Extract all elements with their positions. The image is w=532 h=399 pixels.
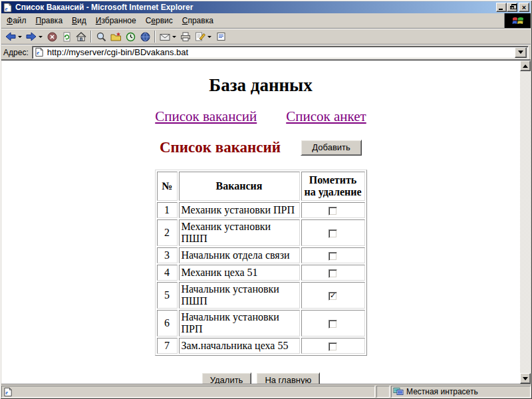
row-vacancy: Механик цеха 51 xyxy=(179,265,300,281)
address-label: Адрес: xyxy=(3,48,29,57)
link-questionnaires[interactable]: Список анкет xyxy=(286,108,366,125)
table-row: 3 Начальник отдела связи xyxy=(157,247,365,263)
delete-checkbox[interactable] xyxy=(329,342,337,351)
history-button[interactable] xyxy=(123,30,138,44)
menu-bar: Файл Правка Вид Избранное Сервис Справка xyxy=(1,13,531,29)
browser-viewport: База данных Список вакансий Список анкет… xyxy=(1,60,531,384)
toolbar xyxy=(1,29,531,45)
menu-file[interactable]: Файл xyxy=(2,15,31,27)
vacancies-table: № Вакансия Пометить на удаление 1 Механи… xyxy=(155,170,367,356)
delete-checkbox[interactable] xyxy=(329,292,337,301)
table-row: 1 Механик установки ПРП xyxy=(157,202,365,218)
stop-icon xyxy=(47,31,58,43)
delete-checkbox[interactable] xyxy=(329,207,337,215)
home-icon xyxy=(75,31,87,42)
restore-icon xyxy=(510,6,514,9)
home-button[interactable] xyxy=(74,30,88,44)
status-zone-label: Местная интрасеть xyxy=(406,387,478,396)
messenger-icon xyxy=(140,31,151,43)
menu-help[interactable]: Справка xyxy=(178,15,218,27)
forward-button[interactable] xyxy=(24,30,39,44)
delete-checkbox[interactable] xyxy=(329,269,337,278)
page-title: База данных xyxy=(1,75,520,96)
mail-button[interactable] xyxy=(158,30,172,44)
intranet-icon xyxy=(393,387,404,396)
vertical-scrollbar[interactable] xyxy=(520,61,531,384)
edit-button[interactable] xyxy=(193,30,207,44)
back-icon xyxy=(5,31,17,42)
svg-text:e: e xyxy=(37,49,39,56)
delete-checkbox[interactable] xyxy=(329,252,337,261)
header-vacancy: Вакансия xyxy=(179,172,300,201)
discuss-icon xyxy=(215,31,227,42)
close-icon: × xyxy=(522,4,526,11)
address-dropdown-button[interactable] xyxy=(515,47,527,58)
back-dropdown[interactable] xyxy=(18,36,22,38)
delete-checkbox[interactable] xyxy=(329,229,337,238)
print-icon xyxy=(180,31,192,42)
discuss-button[interactable] xyxy=(213,30,228,44)
refresh-icon xyxy=(61,31,72,43)
add-button[interactable]: Добавить xyxy=(301,140,362,156)
print-button[interactable] xyxy=(178,30,193,44)
header-mark-delete: Пометить на удаление xyxy=(301,172,365,201)
scroll-down-button[interactable] xyxy=(520,373,531,384)
search-button[interactable] xyxy=(94,30,108,44)
back-button[interactable] xyxy=(3,30,18,44)
row-vacancy: Начальник установки ПРП xyxy=(179,310,300,336)
section-header: Список вакансий Добавить xyxy=(1,139,520,156)
row-number: 4 xyxy=(157,265,178,281)
svg-text:e: e xyxy=(5,5,8,11)
section-title: Список вакансий xyxy=(160,139,281,156)
table-row: 2 Механик установки ПШП xyxy=(157,219,365,246)
status-zone-panel: Местная интрасеть xyxy=(391,386,531,398)
messenger-button[interactable] xyxy=(138,30,152,44)
favorites-icon xyxy=(110,31,122,42)
menu-tools[interactable]: Сервис xyxy=(141,15,178,27)
link-vacancies[interactable]: Список вакансий xyxy=(155,108,257,125)
scroll-up-button[interactable] xyxy=(520,61,531,71)
address-bar: Адрес: e http://myserver/cgi-bin/BDvakan… xyxy=(1,45,531,60)
toolbar-separator xyxy=(90,31,92,43)
stop-button[interactable] xyxy=(45,30,59,44)
mail-dropdown[interactable] xyxy=(172,36,176,38)
row-number: 1 xyxy=(157,202,178,218)
delete-checkbox[interactable] xyxy=(329,320,337,329)
status-main-panel: e xyxy=(1,386,375,398)
chevron-down-icon xyxy=(518,51,523,54)
history-icon xyxy=(125,31,136,43)
row-number: 5 xyxy=(157,282,178,309)
form-actions: Удалить На главную xyxy=(1,372,520,384)
windows-logo-throbber xyxy=(504,13,531,28)
row-number: 2 xyxy=(157,219,178,246)
menu-favorites[interactable]: Избранное xyxy=(91,15,141,27)
header-number: № xyxy=(157,172,178,201)
address-input[interactable]: http://myserver/cgi-bin/BDvakans.bat xyxy=(47,47,515,57)
ie-page-icon: e xyxy=(3,387,13,397)
forward-dropdown[interactable] xyxy=(39,36,43,38)
minimize-button[interactable] xyxy=(496,3,507,12)
title-bar: e Список Вакансий - Microsoft Internet E… xyxy=(1,1,531,13)
web-page: База данных Список вакансий Список анкет… xyxy=(1,75,520,384)
status-bar: e Местная интрасеть xyxy=(1,384,531,398)
browser-window: e Список Вакансий - Microsoft Internet E… xyxy=(0,0,532,399)
refresh-button[interactable] xyxy=(59,30,74,44)
ie-page-icon: e xyxy=(3,3,13,13)
favorites-button[interactable] xyxy=(108,30,123,44)
close-button[interactable]: × xyxy=(519,3,529,12)
row-number: 7 xyxy=(157,338,178,354)
row-vacancy: Механик установки ПШП xyxy=(179,219,300,246)
restore-button[interactable] xyxy=(507,3,517,12)
row-number: 6 xyxy=(157,310,178,336)
forward-icon xyxy=(25,31,37,42)
windows-logo-icon xyxy=(511,15,525,27)
search-icon xyxy=(96,31,107,43)
delete-button[interactable]: Удалить xyxy=(201,372,252,384)
address-field[interactable]: e http://myserver/cgi-bin/BDvakans.bat xyxy=(32,46,529,59)
edit-dropdown[interactable] xyxy=(207,36,211,38)
status-progress-panel xyxy=(376,386,390,398)
menu-edit[interactable]: Правка xyxy=(31,15,68,27)
row-number: 3 xyxy=(157,247,178,263)
menu-view[interactable]: Вид xyxy=(67,15,91,27)
home-page-button[interactable]: На главную xyxy=(256,372,320,384)
